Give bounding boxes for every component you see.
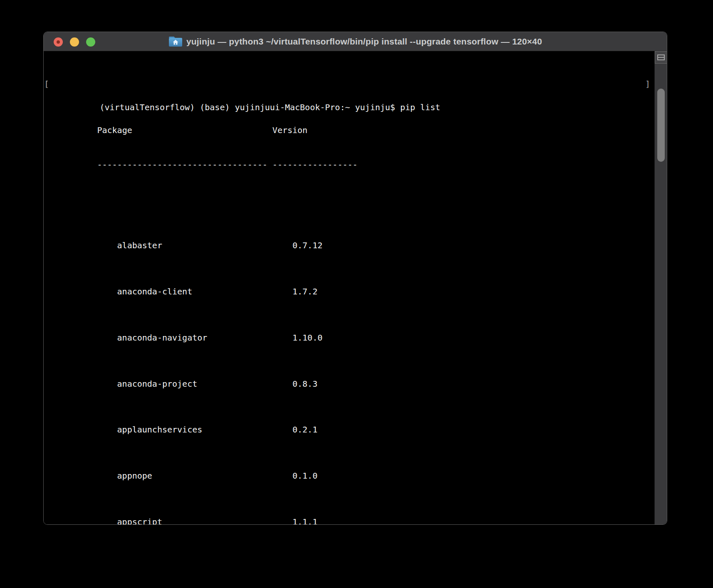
package-version: 0.2.1 xyxy=(292,425,317,435)
package-name: anaconda-project xyxy=(117,378,292,390)
package-name: anaconda-navigator xyxy=(117,332,292,344)
package-row: anaconda-client1.7.2 xyxy=(47,274,651,286)
table-header-line: PackageVersion xyxy=(47,114,651,125)
separator-version: ----------------- xyxy=(272,160,358,170)
package-version: 1.1.1 xyxy=(292,517,317,524)
header-package: Package xyxy=(97,125,272,136)
package-row: anaconda-project0.8.3 xyxy=(47,367,651,378)
terminal-output: [ (virtualTensorflow) (base) yujinjuui-M… xyxy=(44,51,654,524)
home-folder-icon xyxy=(168,36,183,47)
scrollbar[interactable] xyxy=(654,51,667,524)
split-pane-button[interactable] xyxy=(655,51,667,64)
package-version: 0.1.0 xyxy=(292,471,317,481)
prompt-command: (virtualTensorflow) (base) yujinjuui-Mac… xyxy=(99,102,440,112)
close-button[interactable] xyxy=(54,37,63,47)
package-name: appnope xyxy=(117,470,292,482)
prompt-mark-close: ] xyxy=(645,79,650,90)
header-version: Version xyxy=(272,125,307,135)
package-row: appnope0.1.0 xyxy=(47,459,651,470)
package-name: appscript xyxy=(117,516,292,524)
traffic-lights xyxy=(54,37,95,47)
package-row: appscript1.1.1 xyxy=(47,505,651,516)
prompt-mark-open: [ xyxy=(44,79,49,90)
package-name: anaconda-client xyxy=(117,286,292,298)
package-row: alabaster0.7.12 xyxy=(47,229,651,240)
zoom-button[interactable] xyxy=(86,37,95,47)
package-version: 1.10.0 xyxy=(292,333,322,343)
package-list: alabaster0.7.12 anaconda-client1.7.2 ana… xyxy=(47,183,651,524)
separator-package: ---------------------------------- xyxy=(97,159,272,171)
terminal-window: yujinju — python3 ~/virtualTensorflow/bi… xyxy=(43,32,667,525)
split-pane-icon xyxy=(657,54,665,60)
package-row: applaunchservices0.2.1 xyxy=(47,413,651,425)
package-row: anaconda-navigator1.10.0 xyxy=(47,321,651,332)
package-version: 0.8.3 xyxy=(292,379,317,389)
package-version: 1.7.2 xyxy=(292,287,317,296)
scrollbar-thumb[interactable] xyxy=(657,89,665,162)
titlebar[interactable]: yujinju — python3 ~/virtualTensorflow/bi… xyxy=(44,32,667,51)
package-version: 0.7.12 xyxy=(292,240,322,250)
minimize-button[interactable] xyxy=(70,37,79,47)
prompt-line: [ (virtualTensorflow) (base) yujinjuui-M… xyxy=(47,79,651,90)
terminal-content: [ (virtualTensorflow) (base) yujinjuui-M… xyxy=(44,51,667,524)
package-name: alabaster xyxy=(117,240,292,252)
window-title: yujinju — python3 ~/virtualTensorflow/bi… xyxy=(186,37,542,47)
table-separator-line: ----------------------------------------… xyxy=(47,148,651,160)
package-name: applaunchservices xyxy=(117,424,292,436)
